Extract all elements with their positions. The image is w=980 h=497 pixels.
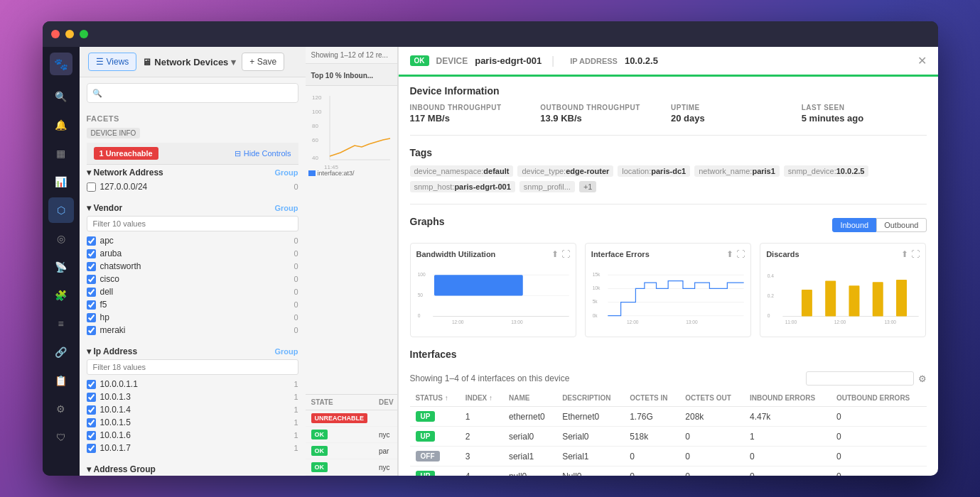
desc-col[interactable]: DESCRIPTION [556,390,624,407]
graph-card-discards: Discards ⬆ ⛶ 0.4 0.2 0 [760,243,926,337]
vendor-group-link[interactable]: Group [275,204,298,212]
svg-rect-33 [825,281,836,317]
graph-card-interface-errors: Interface Errors ⬆ ⛶ 15k 10k [585,243,751,337]
octets-in-2: 518k [624,427,679,447]
ip-checkbox-5[interactable] [87,431,96,440]
vendor-checkbox-aruba[interactable] [87,249,96,258]
list-row-2[interactable]: OK nyc [306,427,398,443]
vendor-checkbox-cisco[interactable] [87,275,96,284]
tag-location: location:paris-dc1 [618,165,690,177]
sidebar-item-search[interactable]: 🔍 [48,84,74,109]
facet-title-network-address[interactable]: ▾ Network Address Group [87,165,298,180]
ip-checkbox-1[interactable] [87,380,96,389]
vendor-checkbox-f5[interactable] [87,300,96,310]
vendor-filter-input[interactable] [87,216,298,231]
desc-1: Ethernet0 [556,407,624,427]
share-icon-discards[interactable]: ⬆ [901,249,908,259]
ip-checkbox-2[interactable] [87,393,96,402]
sidebar-item-circle[interactable]: ◎ [48,226,74,251]
outbound-errors-col[interactable]: OUTBOUND ERRORS [831,390,927,407]
inbound-errors-col[interactable]: INBOUND ERRORS [744,390,831,407]
facet-title-ip-address[interactable]: ▾ Ip Address Group [87,344,298,359]
sidebar-item-settings2[interactable]: ⚙ [48,396,74,422]
svg-text:5k: 5k [592,299,598,304]
list-row-4[interactable]: OK nyc [306,459,398,476]
inbound-toggle-button[interactable]: Inbound [832,218,876,232]
maximize-button[interactable] [80,30,88,38]
sidebar-item-alert[interactable]: 🔔 [48,112,74,138]
network-address-group-link[interactable]: Group [275,168,298,177]
vendor-checkbox-chatsworth[interactable] [87,262,96,271]
sidebar-item-layers[interactable]: ≡ [48,311,74,337]
outbound-errors-4: 0 [831,466,927,476]
settings-icon[interactable]: ⚙ [918,373,927,384]
ip-address-group-link[interactable]: Group [275,347,298,356]
vendor-checkbox-hp[interactable] [87,313,96,322]
close-button[interactable]: ✕ [917,54,927,67]
interface-row-4[interactable]: UP 4 null0 Null0 0 0 0 0 [410,466,927,476]
name-col[interactable]: NAME [503,390,556,407]
list-row-3[interactable]: OK par [306,443,398,459]
ip-checkbox-6[interactable] [87,444,96,453]
name-4: null0 [503,466,556,476]
expand-icon-errors[interactable]: ⛶ [736,249,745,259]
unreachable-state-badge: UNREACHABLE [311,413,368,423]
facet-item-cisco: cisco 0 [87,273,298,285]
list-table: STATE DEV UNREACHABLE OK nyc [306,395,398,476]
facet-title-address-group[interactable]: ▾ Address Group [87,462,298,476]
tag-device-type: device_type:edge-router [517,165,613,177]
views-button[interactable]: ☰ Views [88,53,137,71]
chevron-down-icon[interactable]: ▾ [231,57,236,67]
interface-row-2[interactable]: UP 2 serial0 Serial0 518k 0 1 0 [410,427,927,447]
detail-header: OK DEVICE paris-edgrt-001 | IP ADDRESS 1… [399,47,938,77]
hide-controls-button[interactable]: ⊟ Hide Controls [235,149,291,158]
sidebar-item-node[interactable]: ⬡ [48,197,74,223]
sidebar-item-puzzle[interactable]: 🧩 [48,283,74,308]
desc-4: Null0 [556,466,624,476]
search-input[interactable] [87,83,298,103]
sidebar-item-chart[interactable]: 📊 [48,169,74,195]
metrics-grid: INBOUND THROUGHPUT 117 MB/s OUTBOUND THR… [410,104,927,136]
more-tags-badge[interactable]: +1 [579,181,597,192]
interface-row-1[interactable]: UP 1 ethernet0 Ethernet0 1.76G 208k 4.47… [410,407,927,427]
expand-icon-bandwidth[interactable]: ⛶ [561,249,570,259]
interfaces-search-input[interactable] [806,371,914,386]
outbound-toggle-button[interactable]: Outbound [876,218,926,232]
octets-out-col[interactable]: OCTETS OUT [679,390,744,407]
ip-checkbox-3[interactable] [87,405,96,415]
dev-col-header: DEV [373,395,398,410]
vendor-checkbox-dell[interactable] [87,288,96,297]
share-icon-bandwidth[interactable]: ⬆ [551,249,559,259]
network-address-checkbox-0[interactable] [87,182,96,192]
expand-icon-discards[interactable]: ⛶ [911,249,920,259]
minimize-button[interactable] [65,30,74,38]
interfaces-search: ⚙ [806,371,927,386]
app-window: 🐾 🔍 🔔 ▦ 📊 ⬡ ◎ 📡 🧩 ≡ 🔗 📋 ⚙ 🛡 ☰ Views [43,21,938,476]
sidebar-item-shield[interactable]: 🛡 [48,425,74,450]
save-button[interactable]: + Save [242,53,284,71]
share-icon-errors[interactable]: ⬆ [726,249,733,259]
name-3: serial1 [503,447,556,466]
facet-section-network-address: ▾ Network Address Group 127.0.0.0/24 0 [87,165,298,193]
facet-title-vendor[interactable]: ▾ Vendor Group [87,200,298,216]
vendor-checkbox-apc[interactable] [87,236,96,246]
network-address-label-0: 127.0.0.0/24 [100,182,148,192]
metric-outbound-throughput: OUTBOUND THROUGHPUT 13.9 KB/s [540,104,665,124]
tags-row: device_namespace:default device_type:edg… [410,165,927,192]
vendor-checkbox-meraki[interactable] [87,326,96,335]
index-col[interactable]: INDEX ↑ [460,390,503,407]
status-col[interactable]: STATUS ↑ [410,390,460,407]
sidebar-item-grid[interactable]: ▦ [48,141,74,166]
facet-item-ip-3: 10.0.1.4 1 [87,403,298,416]
octets-out-4: 0 [679,466,744,476]
sidebar-item-clipboard[interactable]: 📋 [48,368,74,393]
sidebar-item-link[interactable]: 🔗 [48,339,74,365]
interface-row-3[interactable]: OFF 3 serial1 Serial1 0 0 0 0 [410,447,927,466]
ip-checkbox-4[interactable] [87,418,96,427]
ip-filter-input[interactable] [87,359,298,375]
inbound-errors-3: 0 [744,447,831,466]
sidebar-item-wifi[interactable]: 📡 [48,254,74,280]
octets-in-col[interactable]: OCTETS IN [624,390,679,407]
list-row-1[interactable]: UNREACHABLE [306,410,398,427]
close-button[interactable] [51,30,60,38]
